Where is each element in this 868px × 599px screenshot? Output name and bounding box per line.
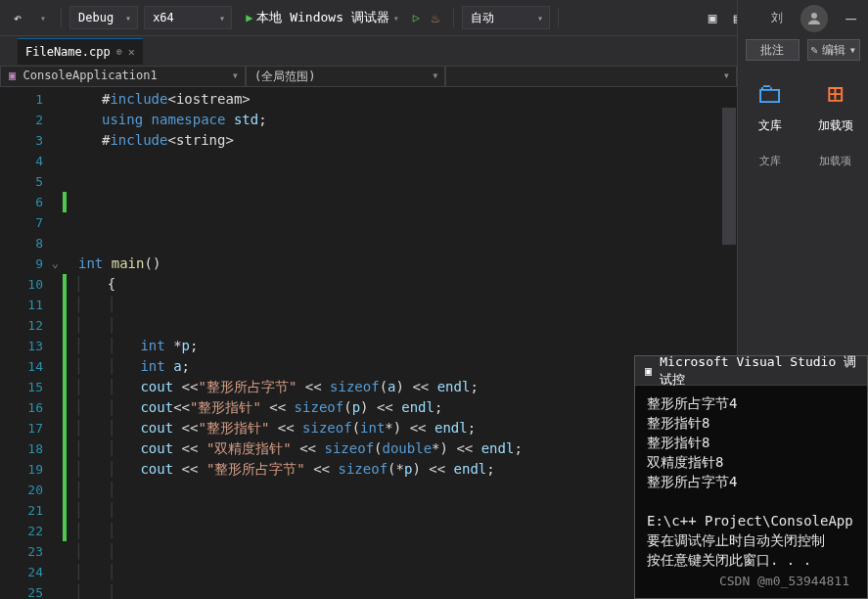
tile-label: 加载项 (818, 117, 853, 134)
minimize-icon[interactable]: — (845, 8, 856, 28)
scope-bar: ▣ ConsoleApplication1 (全局范围) (0, 66, 737, 87)
line-number: 11 (0, 295, 61, 315)
annotate-button[interactable]: 批注 (746, 39, 799, 61)
line-number: 2 (0, 110, 61, 130)
auto-dropdown[interactable]: 自动 (462, 6, 550, 29)
scope-dropdown[interactable]: (全局范围) (246, 66, 445, 87)
tab-filename: FileName.cpp (25, 45, 111, 59)
platform-dropdown[interactable]: x64 (144, 6, 232, 29)
toolbox-icon-1[interactable]: ▣ (703, 8, 722, 27)
file-tab[interactable]: FileName.cpp ⊕ ✕ (18, 38, 143, 65)
avatar[interactable] (800, 5, 828, 32)
edit-button[interactable]: ✎ 编辑 ▾ (807, 39, 861, 61)
close-icon[interactable]: ✕ (128, 45, 135, 59)
line-number: 21 (0, 500, 61, 521)
subtitles-row: 文库加载项 (738, 148, 868, 174)
line-number: 3 (0, 130, 61, 151)
line-number: 6 (0, 192, 61, 212)
pin-icon[interactable]: ⊕ (116, 46, 122, 57)
line-number: 8 (0, 233, 61, 253)
console-icon: ▣ (645, 364, 652, 378)
addins-tile[interactable]: ⊞加载项 (811, 77, 861, 134)
scrollbar-thumb[interactable] (722, 108, 736, 245)
line-number: 19 (0, 459, 61, 480)
line-number: 9⌄ (0, 253, 61, 274)
play-icon: ▶ (246, 11, 252, 24)
line-number: 13 (0, 336, 61, 356)
tile-subtitle: 加载项 (811, 154, 861, 168)
tiles-row: 🗀文库⊞加载项 (738, 64, 868, 148)
line-number: 23 (0, 541, 61, 562)
tile-label: 文库 (758, 117, 782, 134)
hot-reload-icon[interactable]: ♨ (426, 8, 445, 27)
watermark: CSDN @m0_53944811 (719, 574, 849, 588)
line-number: 7 (0, 212, 61, 233)
user-label: 刘 (771, 10, 783, 26)
project-dropdown[interactable]: ▣ ConsoleApplication1 (0, 66, 246, 87)
dropdown-arrow-icon[interactable]: ▾ (33, 8, 53, 27)
svg-point-0 (811, 13, 817, 19)
line-number: 22 (0, 521, 61, 541)
library-icon: 🗀 (756, 77, 784, 110)
config-dropdown[interactable]: Debug (69, 6, 138, 29)
console-title-bar[interactable]: ▣ Microsoft Visual Studio 调试控 (635, 356, 867, 386)
line-number: 18 (0, 438, 61, 459)
debug-label: 本地 Windows 调试器 (256, 9, 388, 26)
line-number: 5 (0, 171, 61, 192)
start-debugging-button[interactable]: ▶ 本地 Windows 调试器 ▾ (238, 6, 407, 29)
line-number: 24 (0, 562, 61, 582)
line-number: 12 (0, 315, 61, 336)
line-number: 17 (0, 418, 61, 438)
play-outline-icon[interactable]: ▷ (413, 11, 420, 24)
line-number: 20 (0, 480, 61, 500)
line-number: 15 (0, 377, 61, 397)
addins-icon: ⊞ (827, 77, 844, 110)
line-number: 16 (0, 397, 61, 418)
member-dropdown[interactable] (445, 66, 737, 87)
line-number: 10 (0, 274, 61, 295)
line-number: 25 (0, 582, 61, 599)
undo-icon[interactable]: ↶ (8, 8, 27, 27)
line-number: 4 (0, 151, 61, 171)
fold-chevron-icon[interactable]: ⌄ (52, 253, 59, 274)
console-output[interactable]: 整形所占字节4 整形指针8 整形指针8 双精度指针8 整形所占字节4 E:\c+… (635, 386, 867, 577)
line-number: 14 (0, 356, 61, 377)
library-tile[interactable]: 🗀文库 (746, 77, 796, 134)
console-title: Microsoft Visual Studio 调试控 (660, 353, 857, 389)
tile-subtitle: 文库 (746, 154, 796, 168)
line-number-gutter: 123456789⌄101112131415161718192021222324… (0, 87, 61, 599)
line-number: 1 (0, 89, 61, 110)
debug-console: ▣ Microsoft Visual Studio 调试控 整形所占字节4 整形… (634, 355, 868, 599)
